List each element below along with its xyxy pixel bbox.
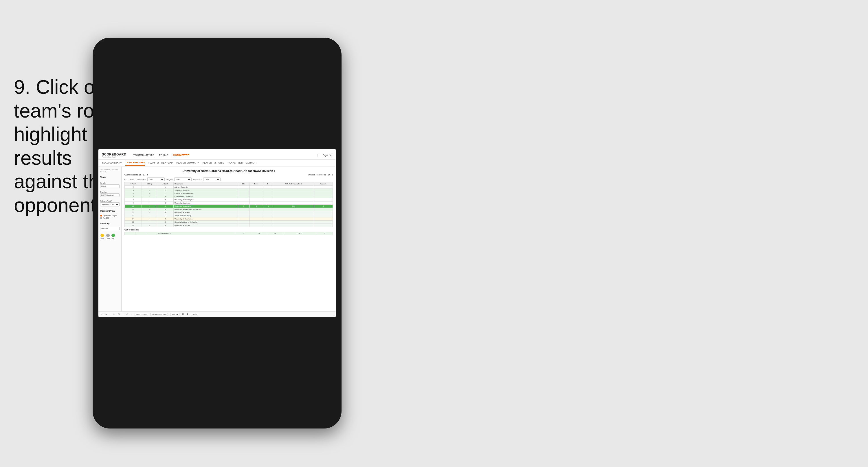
toolbar-sep-3: | (131, 314, 132, 315)
watch-btn[interactable]: Watch ▾ (170, 313, 179, 316)
legend-level: Level (106, 234, 110, 239)
table-row[interactable]: 13 - 1 Texas Tech University (125, 214, 333, 217)
cell-opponent: Texas Tech University (174, 214, 238, 217)
cell-conf: 5 (157, 205, 174, 208)
legend-row: Down Level Up (100, 234, 120, 239)
screen-icon[interactable]: 🖥 (182, 313, 184, 316)
table-row[interactable]: 8 - 2 University of Washington (125, 198, 333, 202)
cell-rank: 11 (125, 208, 142, 211)
cell-rank: 2 (125, 185, 142, 189)
sub-nav-team-summary[interactable]: TEAM SUMMARY (102, 160, 122, 165)
cell-win (238, 192, 249, 195)
table-row[interactable]: 4 - 1 Arizona State University (125, 192, 333, 195)
cell-reg: - (142, 224, 157, 227)
timestamp: Last Updated: 27/03/2024 16:55:38 (100, 169, 120, 172)
cell-tie (263, 185, 273, 189)
redo-icon[interactable]: ↪ (105, 313, 107, 316)
opponent-view-label: Opponent View (100, 210, 120, 212)
cell-loss (249, 214, 263, 217)
division-record: Division Record: 88 - 17 - 0 (308, 174, 333, 176)
sub-nav-player-summary[interactable]: PLAYER SUMMARY (176, 160, 199, 165)
out-cell-name: NCAA Division II (157, 232, 235, 235)
cell-win (238, 217, 249, 221)
table-row[interactable]: 16 - 3 University of Florida (125, 224, 333, 227)
tablet-screen: SCOREBOARD Powered by clippi TOURNAMENTS… (98, 149, 336, 317)
legend-dot-down (100, 234, 104, 237)
nav-teams[interactable]: TEAMS (159, 153, 168, 158)
radio-opponents-played[interactable]: Opponents Played (100, 215, 120, 216)
legend-text-level: Level (106, 238, 110, 239)
cell-rounds (314, 224, 333, 227)
gender-select[interactable]: Men's (100, 184, 120, 188)
h2h-grid-table: # Rank # Reg # Conf Opponent Win Loss Ti… (124, 182, 333, 227)
cell-tie (263, 202, 273, 205)
table-row[interactable]: 10 - 5 University of Alabama 3 0 0 2.61 … (125, 205, 333, 208)
undo-icon[interactable]: ↩ (101, 313, 103, 316)
save-custom-btn[interactable]: Save Custom View (151, 313, 168, 316)
cell-tie (263, 217, 273, 221)
cell-reg: - (142, 217, 157, 221)
radio-dot-opponents (100, 215, 102, 216)
sub-nav-player-h2h-grid[interactable]: PLAYER H2H GRID (203, 160, 225, 165)
filter-region-select[interactable]: (All) (174, 177, 192, 181)
division-section: Division NCAA Division I (100, 190, 120, 197)
view-original-btn[interactable]: View: Original (134, 313, 148, 316)
table-row[interactable]: 6 - 2 Florida State University (125, 195, 333, 198)
cell-rank: 9 (125, 202, 142, 205)
table-row[interactable]: 14 - 2 University of Oklahoma (125, 217, 333, 221)
clock-icon[interactable]: ⏱ (126, 313, 128, 316)
cell-reg: - (142, 208, 157, 211)
cell-tie (263, 208, 273, 211)
nav-tournaments[interactable]: TOURNAMENTS (133, 153, 154, 158)
toolbar-sep-1: | (110, 314, 111, 315)
cell-tie (263, 195, 273, 198)
cell-win (238, 198, 249, 202)
cell-conf: 1 (157, 185, 174, 189)
cell-loss (249, 224, 263, 227)
radio-top100[interactable]: Top 100 (100, 217, 120, 219)
school-select[interactable]: University of Nort... (100, 202, 120, 206)
table-row[interactable]: 11 - 6 University of Arkansas, Fayettevi… (125, 208, 333, 211)
cell-win (238, 211, 249, 214)
table-row[interactable]: 12 - 3 University of Virginia (125, 211, 333, 214)
cut-icon[interactable]: ✂ (114, 313, 116, 316)
colour-by-select[interactable]: Win/loss (100, 227, 120, 230)
filter-conf-label: Conference (136, 178, 146, 180)
filter-conf-select[interactable]: (All) (147, 177, 165, 181)
copy-icon[interactable]: ⊞ (118, 313, 120, 316)
table-row[interactable]: 15 - 4 Georgia Institute of Technology (125, 221, 333, 224)
cell-rounds (314, 192, 333, 195)
sub-nav-team-h2h-heatmap[interactable]: TEAM H2H HEATMAP (148, 160, 173, 165)
cell-opponent: University of Arizona (174, 202, 238, 205)
out-of-division-header: Out of division (124, 229, 333, 231)
table-row[interactable]: 3 - 2 Vanderbilt University (125, 189, 333, 192)
sub-nav-team-h2h-grid[interactable]: TEAM H2H GRID (125, 160, 145, 166)
school-section: School (Rank) University of Nort... (100, 199, 120, 206)
cell-reg: - (142, 185, 157, 189)
filter-opponent-select[interactable]: (All) (203, 177, 221, 181)
out-division-row[interactable]: NCAA Division II 1 0 0 26.00 3 (125, 232, 333, 235)
colour-by-label: Colour by (100, 222, 120, 224)
cell-tie (263, 211, 273, 214)
download-icon[interactable]: ⬇ (186, 313, 188, 316)
sign-out-link[interactable]: Sign out (323, 154, 332, 157)
cell-rounds (314, 211, 333, 214)
cell-conf: 6 (157, 208, 174, 211)
division-select[interactable]: NCAA Division I (100, 194, 120, 197)
col-rounds: Rounds (314, 182, 333, 185)
filter-opponents-label: Opponents: (124, 178, 134, 180)
cell-loss (249, 208, 263, 211)
col-rank: # Rank (125, 182, 142, 185)
nav-items: TOURNAMENTS TEAMS COMMITTEE (133, 153, 189, 158)
table-row[interactable]: 2 - 1 Auburn University (125, 185, 333, 189)
nav-committee[interactable]: COMMITTEE (173, 153, 190, 158)
sub-nav-player-h2h-heatmap[interactable]: PLAYER H2H HEATMAP (228, 160, 255, 165)
share-btn[interactable]: Share (191, 313, 198, 316)
team-label: Team (100, 176, 120, 178)
cell-tie (263, 214, 273, 217)
filter-region-label: Region (166, 178, 173, 180)
out-cell-reg (135, 232, 146, 235)
radio-dot-top100 (100, 217, 102, 219)
cell-reg: - (142, 189, 157, 192)
table-row[interactable]: 9 - 3 University of Arizona (125, 202, 333, 205)
